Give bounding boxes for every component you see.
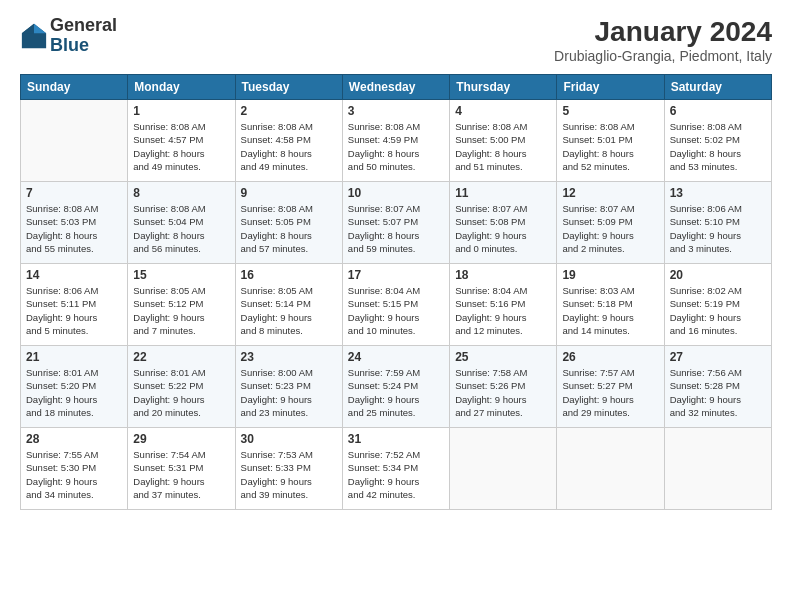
day-number: 3 bbox=[348, 104, 444, 118]
logo-blue: Blue bbox=[50, 35, 89, 55]
day-number: 30 bbox=[241, 432, 337, 446]
calendar-cell: 28Sunrise: 7:55 AM Sunset: 5:30 PM Dayli… bbox=[21, 428, 128, 510]
logo-text: General Blue bbox=[50, 16, 117, 56]
calendar-cell: 27Sunrise: 7:56 AM Sunset: 5:28 PM Dayli… bbox=[664, 346, 771, 428]
day-number: 4 bbox=[455, 104, 551, 118]
day-info: Sunrise: 8:08 AM Sunset: 5:00 PM Dayligh… bbox=[455, 120, 551, 173]
calendar-cell: 7Sunrise: 8:08 AM Sunset: 5:03 PM Daylig… bbox=[21, 182, 128, 264]
calendar-cell: 5Sunrise: 8:08 AM Sunset: 5:01 PM Daylig… bbox=[557, 100, 664, 182]
calendar-cell: 3Sunrise: 8:08 AM Sunset: 4:59 PM Daylig… bbox=[342, 100, 449, 182]
calendar-cell: 12Sunrise: 8:07 AM Sunset: 5:09 PM Dayli… bbox=[557, 182, 664, 264]
day-info: Sunrise: 8:04 AM Sunset: 5:16 PM Dayligh… bbox=[455, 284, 551, 337]
calendar-cell: 9Sunrise: 8:08 AM Sunset: 5:05 PM Daylig… bbox=[235, 182, 342, 264]
day-info: Sunrise: 8:01 AM Sunset: 5:20 PM Dayligh… bbox=[26, 366, 122, 419]
week-row: 28Sunrise: 7:55 AM Sunset: 5:30 PM Dayli… bbox=[21, 428, 772, 510]
day-number: 8 bbox=[133, 186, 229, 200]
day-info: Sunrise: 7:53 AM Sunset: 5:33 PM Dayligh… bbox=[241, 448, 337, 501]
day-info: Sunrise: 8:07 AM Sunset: 5:09 PM Dayligh… bbox=[562, 202, 658, 255]
calendar-cell: 17Sunrise: 8:04 AM Sunset: 5:15 PM Dayli… bbox=[342, 264, 449, 346]
calendar-cell: 14Sunrise: 8:06 AM Sunset: 5:11 PM Dayli… bbox=[21, 264, 128, 346]
day-info: Sunrise: 8:08 AM Sunset: 5:02 PM Dayligh… bbox=[670, 120, 766, 173]
day-header-sunday: Sunday bbox=[21, 75, 128, 100]
day-number: 6 bbox=[670, 104, 766, 118]
calendar-cell: 10Sunrise: 8:07 AM Sunset: 5:07 PM Dayli… bbox=[342, 182, 449, 264]
day-header-monday: Monday bbox=[128, 75, 235, 100]
day-info: Sunrise: 7:54 AM Sunset: 5:31 PM Dayligh… bbox=[133, 448, 229, 501]
calendar-cell bbox=[450, 428, 557, 510]
day-number: 26 bbox=[562, 350, 658, 364]
day-info: Sunrise: 7:59 AM Sunset: 5:24 PM Dayligh… bbox=[348, 366, 444, 419]
day-info: Sunrise: 8:05 AM Sunset: 5:12 PM Dayligh… bbox=[133, 284, 229, 337]
calendar-cell: 6Sunrise: 8:08 AM Sunset: 5:02 PM Daylig… bbox=[664, 100, 771, 182]
day-number: 21 bbox=[26, 350, 122, 364]
day-number: 27 bbox=[670, 350, 766, 364]
day-info: Sunrise: 8:02 AM Sunset: 5:19 PM Dayligh… bbox=[670, 284, 766, 337]
calendar-cell: 23Sunrise: 8:00 AM Sunset: 5:23 PM Dayli… bbox=[235, 346, 342, 428]
day-number: 28 bbox=[26, 432, 122, 446]
day-header-wednesday: Wednesday bbox=[342, 75, 449, 100]
day-number: 7 bbox=[26, 186, 122, 200]
day-info: Sunrise: 8:08 AM Sunset: 4:57 PM Dayligh… bbox=[133, 120, 229, 173]
day-number: 5 bbox=[562, 104, 658, 118]
day-number: 12 bbox=[562, 186, 658, 200]
calendar-table: SundayMondayTuesdayWednesdayThursdayFrid… bbox=[20, 74, 772, 510]
calendar-cell: 2Sunrise: 8:08 AM Sunset: 4:58 PM Daylig… bbox=[235, 100, 342, 182]
calendar-cell: 18Sunrise: 8:04 AM Sunset: 5:16 PM Dayli… bbox=[450, 264, 557, 346]
day-number: 31 bbox=[348, 432, 444, 446]
day-info: Sunrise: 7:55 AM Sunset: 5:30 PM Dayligh… bbox=[26, 448, 122, 501]
calendar-cell: 16Sunrise: 8:05 AM Sunset: 5:14 PM Dayli… bbox=[235, 264, 342, 346]
day-header-thursday: Thursday bbox=[450, 75, 557, 100]
calendar-cell bbox=[557, 428, 664, 510]
calendar-cell: 25Sunrise: 7:58 AM Sunset: 5:26 PM Dayli… bbox=[450, 346, 557, 428]
day-info: Sunrise: 8:08 AM Sunset: 5:01 PM Dayligh… bbox=[562, 120, 658, 173]
title-block: January 2024 Drubiaglio-Grangia, Piedmon… bbox=[554, 16, 772, 64]
day-info: Sunrise: 8:07 AM Sunset: 5:08 PM Dayligh… bbox=[455, 202, 551, 255]
day-info: Sunrise: 8:06 AM Sunset: 5:11 PM Dayligh… bbox=[26, 284, 122, 337]
calendar-cell bbox=[664, 428, 771, 510]
day-number: 23 bbox=[241, 350, 337, 364]
day-info: Sunrise: 8:08 AM Sunset: 4:58 PM Dayligh… bbox=[241, 120, 337, 173]
week-row: 1Sunrise: 8:08 AM Sunset: 4:57 PM Daylig… bbox=[21, 100, 772, 182]
day-info: Sunrise: 8:04 AM Sunset: 5:15 PM Dayligh… bbox=[348, 284, 444, 337]
day-info: Sunrise: 8:00 AM Sunset: 5:23 PM Dayligh… bbox=[241, 366, 337, 419]
header: General Blue January 2024 Drubiaglio-Gra… bbox=[20, 16, 772, 64]
day-info: Sunrise: 8:08 AM Sunset: 5:05 PM Dayligh… bbox=[241, 202, 337, 255]
calendar-cell: 24Sunrise: 7:59 AM Sunset: 5:24 PM Dayli… bbox=[342, 346, 449, 428]
day-number: 14 bbox=[26, 268, 122, 282]
calendar-cell: 8Sunrise: 8:08 AM Sunset: 5:04 PM Daylig… bbox=[128, 182, 235, 264]
calendar-cell: 13Sunrise: 8:06 AM Sunset: 5:10 PM Dayli… bbox=[664, 182, 771, 264]
calendar-cell: 26Sunrise: 7:57 AM Sunset: 5:27 PM Dayli… bbox=[557, 346, 664, 428]
day-info: Sunrise: 7:58 AM Sunset: 5:26 PM Dayligh… bbox=[455, 366, 551, 419]
calendar-cell: 21Sunrise: 8:01 AM Sunset: 5:20 PM Dayli… bbox=[21, 346, 128, 428]
day-number: 15 bbox=[133, 268, 229, 282]
day-number: 1 bbox=[133, 104, 229, 118]
day-number: 13 bbox=[670, 186, 766, 200]
day-number: 24 bbox=[348, 350, 444, 364]
day-number: 20 bbox=[670, 268, 766, 282]
logo-general: General bbox=[50, 15, 117, 35]
day-info: Sunrise: 8:01 AM Sunset: 5:22 PM Dayligh… bbox=[133, 366, 229, 419]
calendar-cell: 30Sunrise: 7:53 AM Sunset: 5:33 PM Dayli… bbox=[235, 428, 342, 510]
day-number: 17 bbox=[348, 268, 444, 282]
day-header-tuesday: Tuesday bbox=[235, 75, 342, 100]
calendar-cell: 4Sunrise: 8:08 AM Sunset: 5:00 PM Daylig… bbox=[450, 100, 557, 182]
header-row: SundayMondayTuesdayWednesdayThursdayFrid… bbox=[21, 75, 772, 100]
logo-icon bbox=[20, 22, 48, 50]
day-info: Sunrise: 8:06 AM Sunset: 5:10 PM Dayligh… bbox=[670, 202, 766, 255]
location-title: Drubiaglio-Grangia, Piedmont, Italy bbox=[554, 48, 772, 64]
day-info: Sunrise: 8:08 AM Sunset: 5:04 PM Dayligh… bbox=[133, 202, 229, 255]
day-info: Sunrise: 7:56 AM Sunset: 5:28 PM Dayligh… bbox=[670, 366, 766, 419]
day-number: 10 bbox=[348, 186, 444, 200]
day-info: Sunrise: 8:08 AM Sunset: 4:59 PM Dayligh… bbox=[348, 120, 444, 173]
day-number: 16 bbox=[241, 268, 337, 282]
week-row: 14Sunrise: 8:06 AM Sunset: 5:11 PM Dayli… bbox=[21, 264, 772, 346]
day-number: 18 bbox=[455, 268, 551, 282]
calendar-cell: 29Sunrise: 7:54 AM Sunset: 5:31 PM Dayli… bbox=[128, 428, 235, 510]
week-row: 21Sunrise: 8:01 AM Sunset: 5:20 PM Dayli… bbox=[21, 346, 772, 428]
day-header-friday: Friday bbox=[557, 75, 664, 100]
day-info: Sunrise: 7:52 AM Sunset: 5:34 PM Dayligh… bbox=[348, 448, 444, 501]
calendar-cell: 15Sunrise: 8:05 AM Sunset: 5:12 PM Dayli… bbox=[128, 264, 235, 346]
week-row: 7Sunrise: 8:08 AM Sunset: 5:03 PM Daylig… bbox=[21, 182, 772, 264]
calendar-cell: 11Sunrise: 8:07 AM Sunset: 5:08 PM Dayli… bbox=[450, 182, 557, 264]
day-info: Sunrise: 7:57 AM Sunset: 5:27 PM Dayligh… bbox=[562, 366, 658, 419]
